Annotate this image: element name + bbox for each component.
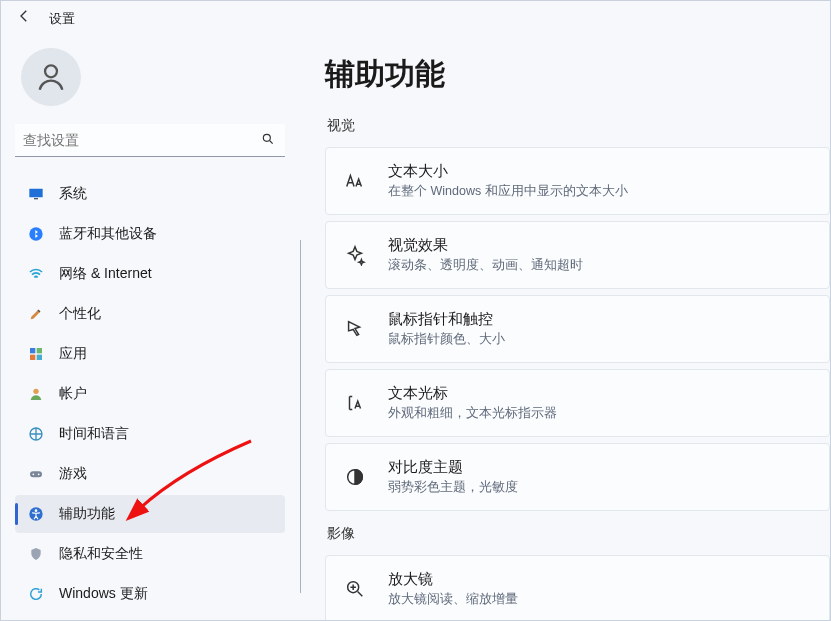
svg-rect-8 [37,355,42,360]
svg-point-13 [38,473,40,475]
sidebar-item-label: 个性化 [59,305,275,323]
accessibility-icon [27,505,45,523]
sidebar: 系统 蓝牙和其他设备 网络 & Internet 个性化 [1,40,301,621]
globe-clock-icon [27,425,45,443]
sidebar-scrollbar[interactable] [300,240,301,593]
card-desc: 外观和粗细，文本光标指示器 [388,405,813,422]
cursor-icon [342,316,368,342]
text-size-icon [342,168,368,194]
shield-icon [27,545,45,563]
sparkle-icon [342,242,368,268]
card-magnifier[interactable]: 放大镜 放大镜阅读、缩放增量 [325,555,830,621]
card-title: 文本大小 [388,162,813,181]
avatar[interactable] [21,48,81,106]
svg-rect-3 [34,198,38,199]
sidebar-item-label: 游戏 [59,465,275,483]
card-text-size[interactable]: 文本大小 在整个 Windows 和应用中显示的文本大小 [325,147,830,215]
card-desc: 鼠标指针颜色、大小 [388,331,813,348]
window-title: 设置 [49,10,75,28]
card-title: 对比度主题 [388,458,813,477]
sidebar-item-label: 隐私和安全性 [59,545,275,563]
card-visual-effects[interactable]: 视觉效果 滚动条、透明度、动画、通知超时 [325,221,830,289]
card-desc: 滚动条、透明度、动画、通知超时 [388,257,813,274]
card-desc: 放大镜阅读、缩放增量 [388,591,813,608]
paintbrush-icon [27,305,45,323]
svg-rect-5 [30,348,35,353]
sidebar-item-personalization[interactable]: 个性化 [15,295,285,333]
gamepad-icon [27,465,45,483]
svg-point-0 [45,65,57,77]
card-text-cursor[interactable]: 文本光标 外观和粗细，文本光标指示器 [325,369,830,437]
sidebar-item-label: 蓝牙和其他设备 [59,225,275,243]
svg-rect-6 [37,348,42,353]
card-title: 放大镜 [388,570,813,589]
sidebar-item-label: 系统 [59,185,275,203]
svg-point-4 [29,227,42,240]
sidebar-item-label: 网络 & Internet [59,265,275,283]
sidebar-item-gaming[interactable]: 游戏 [15,455,285,493]
card-desc: 在整个 Windows 和应用中显示的文本大小 [388,183,813,200]
sidebar-item-label: Windows 更新 [59,585,275,603]
bluetooth-icon [27,225,45,243]
section-vision-label: 视觉 [327,117,830,135]
card-desc: 弱势彩色主题，光敏度 [388,479,813,496]
page-title: 辅助功能 [325,54,830,95]
update-icon [27,585,45,603]
svg-rect-11 [30,471,42,477]
sidebar-item-accounts[interactable]: 帐户 [15,375,285,413]
search-input-wrap [15,124,285,157]
sidebar-item-privacy[interactable]: 隐私和安全性 [15,535,285,573]
magnifier-plus-icon [342,576,368,602]
sidebar-item-bluetooth[interactable]: 蓝牙和其他设备 [15,215,285,253]
svg-rect-2 [29,189,42,198]
card-title: 文本光标 [388,384,813,403]
sidebar-item-label: 帐户 [59,385,275,403]
sidebar-nav: 系统 蓝牙和其他设备 网络 & Internet 个性化 [15,175,285,613]
svg-point-12 [32,473,34,475]
card-mouse-pointer[interactable]: 鼠标指针和触控 鼠标指针颜色、大小 [325,295,830,363]
svg-point-15 [35,509,38,512]
card-title: 视觉效果 [388,236,813,255]
sidebar-item-apps[interactable]: 应用 [15,335,285,373]
sidebar-item-network[interactable]: 网络 & Internet [15,255,285,293]
svg-point-9 [33,389,38,394]
back-button[interactable] [15,7,33,30]
apps-icon [27,345,45,363]
sidebar-item-label: 时间和语言 [59,425,275,443]
main-content: 辅助功能 视觉 文本大小 在整个 Windows 和应用中显示的文本大小 视觉效… [301,40,830,621]
section-imaging-label: 影像 [327,525,830,543]
sidebar-item-accessibility[interactable]: 辅助功能 [15,495,285,533]
user-icon [27,385,45,403]
card-contrast-themes[interactable]: 对比度主题 弱势彩色主题，光敏度 [325,443,830,511]
sidebar-item-label: 应用 [59,345,275,363]
text-cursor-icon [342,390,368,416]
card-title: 鼠标指针和触控 [388,310,813,329]
monitor-icon [27,185,45,203]
svg-rect-7 [30,355,35,360]
sidebar-item-windows-update[interactable]: Windows 更新 [15,575,285,613]
wifi-icon [27,265,45,283]
sidebar-item-label: 辅助功能 [59,505,275,523]
sidebar-item-system[interactable]: 系统 [15,175,285,213]
sidebar-item-time-language[interactable]: 时间和语言 [15,415,285,453]
search-input[interactable] [15,124,285,157]
contrast-icon [342,464,368,490]
